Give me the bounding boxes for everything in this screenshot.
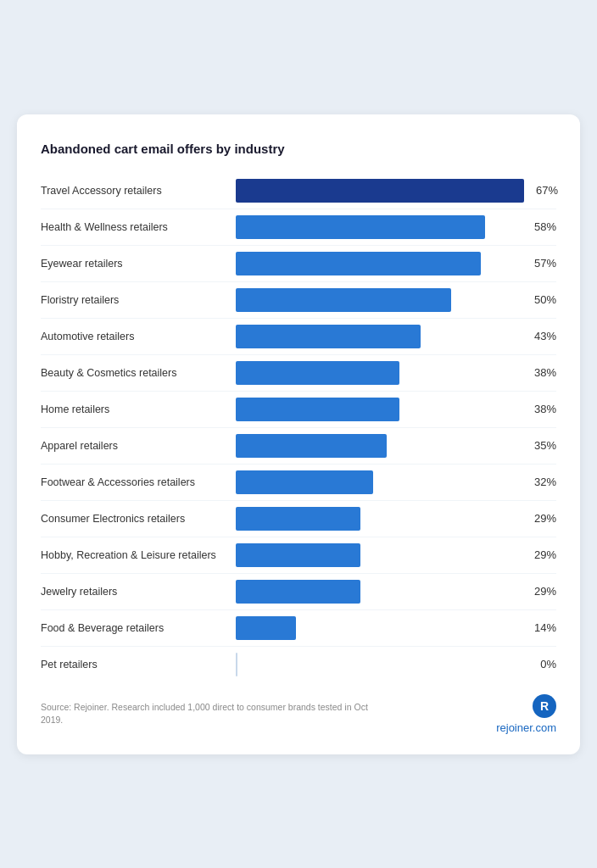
chart-row: Floristry retailers50%: [41, 282, 556, 319]
bar-value: 0%: [522, 658, 556, 670]
bar-container: [236, 470, 522, 494]
bar-value: 58%: [522, 220, 556, 233]
bar-value: 57%: [522, 257, 556, 270]
chart-card: Abandoned cart email offers by industry …: [17, 114, 580, 754]
bar-value: 67%: [524, 184, 558, 197]
bar: [236, 361, 399, 385]
bar: [236, 616, 296, 640]
bar: [236, 252, 481, 275]
chart-row: Hobby, Recreation & Leisure retailers29%: [41, 537, 556, 574]
row-label: Health & Wellness retailers: [41, 221, 236, 233]
row-label: Apparel retailers: [41, 440, 236, 452]
brand-area: R rejoiner.com: [496, 694, 556, 734]
bar-container: [236, 179, 524, 203]
brand-name: rejoiner.com: [496, 721, 556, 734]
bar-value: 43%: [522, 330, 556, 342]
bar-container: [236, 434, 522, 458]
chart-title: Abandoned cart email offers by industry: [41, 142, 556, 156]
row-label: Automotive retailers: [41, 331, 236, 342]
row-label: Floristry retailers: [41, 294, 236, 306]
bar: [236, 543, 360, 567]
bar-container: [236, 252, 522, 275]
bar: [236, 434, 387, 458]
row-label: Eyewear retailers: [41, 258, 236, 270]
row-label: Consumer Electronics retailers: [41, 513, 236, 525]
chart-row: Consumer Electronics retailers29%: [41, 501, 556, 537]
bar: [236, 288, 451, 312]
bar: [236, 653, 237, 676]
bar-value: 29%: [522, 548, 556, 561]
bar-value: 38%: [522, 403, 556, 415]
source-text: Source: Rejoiner. Research included 1,00…: [41, 701, 380, 726]
row-label: Travel Accessory retailers: [41, 185, 236, 197]
bar-container: [236, 580, 522, 604]
row-label: Beauty & Cosmetics retailers: [41, 367, 236, 379]
footer: Source: Rejoiner. Research included 1,00…: [41, 694, 556, 734]
bar-value: 50%: [522, 293, 556, 306]
bar-container: [236, 543, 522, 567]
chart-row: Travel Accessory retailers67%: [41, 173, 556, 209]
bar-value: 38%: [522, 366, 556, 379]
bar-value: 35%: [522, 439, 556, 452]
brand-logo: R: [533, 694, 556, 718]
row-label: Footwear & Accessories retailers: [41, 476, 236, 488]
bar: [236, 215, 485, 239]
chart-row: Pet retailers0%: [41, 647, 556, 682]
bar-container: [236, 325, 522, 348]
bar-container: [236, 361, 522, 385]
chart-row: Home retailers38%: [41, 392, 556, 428]
bar-container: [236, 507, 522, 531]
bar: [236, 398, 399, 421]
bar: [236, 325, 421, 348]
bar-value: 14%: [522, 621, 556, 634]
row-label: Jewelry retailers: [41, 586, 236, 598]
bar-value: 29%: [522, 512, 556, 525]
chart-row: Jewelry retailers29%: [41, 574, 556, 610]
row-label: Food & Beverage retailers: [41, 622, 236, 634]
bar-container: [236, 215, 522, 239]
row-label: Home retailers: [41, 403, 236, 415]
bar: [236, 580, 360, 604]
chart-area: Travel Accessory retailers67%Health & We…: [41, 173, 556, 682]
bar-container: [236, 288, 522, 312]
bar-container: [236, 616, 522, 640]
bar-value: 29%: [522, 585, 556, 598]
chart-row: Eyewear retailers57%: [41, 246, 556, 282]
bar: [236, 507, 360, 531]
chart-row: Food & Beverage retailers14%: [41, 610, 556, 647]
bar-value: 32%: [522, 476, 556, 488]
row-label: Hobby, Recreation & Leisure retailers: [41, 549, 236, 561]
bar: [236, 470, 373, 494]
chart-row: Health & Wellness retailers58%: [41, 209, 556, 246]
bar: [236, 179, 524, 203]
bar-container: [236, 653, 522, 676]
chart-row: Apparel retailers35%: [41, 428, 556, 465]
row-label: Pet retailers: [41, 659, 236, 670]
bar-container: [236, 398, 522, 421]
chart-row: Automotive retailers43%: [41, 319, 556, 355]
chart-row: Footwear & Accessories retailers32%: [41, 465, 556, 501]
chart-row: Beauty & Cosmetics retailers38%: [41, 355, 556, 392]
